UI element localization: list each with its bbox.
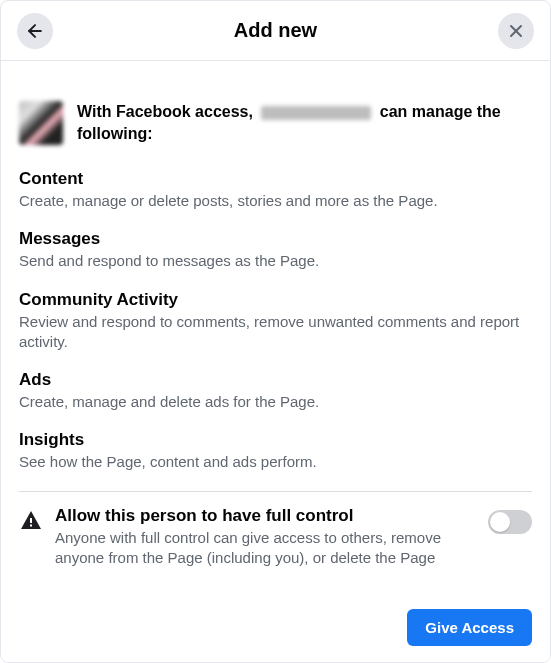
dialog-content: With Facebook access, can manage the fol… xyxy=(1,61,550,662)
redacted-name xyxy=(261,106,371,120)
full-control-desc: Anyone with full control can give access… xyxy=(55,528,476,569)
section-desc: Send and respond to messages as the Page… xyxy=(19,251,532,271)
section-title: Messages xyxy=(19,229,532,249)
full-control-title: Allow this person to have full control xyxy=(55,506,476,526)
warning-icon xyxy=(19,509,43,533)
arrow-left-icon xyxy=(25,21,45,41)
avatar xyxy=(19,101,63,145)
intro-prefix: With Facebook access, xyxy=(77,103,257,120)
section-desc: Create, manage and delete ads for the Pa… xyxy=(19,392,532,412)
svg-rect-3 xyxy=(30,518,32,523)
section-title: Content xyxy=(19,169,532,189)
section-title: Ads xyxy=(19,370,532,390)
section-desc: See how the Page, content and ads perfor… xyxy=(19,452,532,472)
divider xyxy=(19,491,532,492)
intro-text: With Facebook access, can manage the fol… xyxy=(77,101,532,144)
intro-row: With Facebook access, can manage the fol… xyxy=(19,77,532,169)
section-title: Insights xyxy=(19,430,532,450)
dialog-footer: Give Access xyxy=(1,593,550,662)
section-title: Community Activity xyxy=(19,290,532,310)
svg-rect-4 xyxy=(30,524,32,526)
close-icon xyxy=(506,21,526,41)
section-community: Community Activity Review and respond to… xyxy=(19,290,532,353)
section-ads: Ads Create, manage and delete ads for th… xyxy=(19,370,532,412)
back-button[interactable] xyxy=(17,13,53,49)
section-desc: Review and respond to comments, remove u… xyxy=(19,312,532,353)
dialog-header: Add new xyxy=(1,1,550,61)
section-insights: Insights See how the Page, content and a… xyxy=(19,430,532,472)
full-control-row: Allow this person to have full control A… xyxy=(19,506,532,569)
section-desc: Create, manage or delete posts, stories … xyxy=(19,191,532,211)
close-button[interactable] xyxy=(498,13,534,49)
section-messages: Messages Send and respond to messages as… xyxy=(19,229,532,271)
section-content: Content Create, manage or delete posts, … xyxy=(19,169,532,211)
dialog-title: Add new xyxy=(1,19,550,42)
give-access-button[interactable]: Give Access xyxy=(407,609,532,646)
full-control-text: Allow this person to have full control A… xyxy=(55,506,476,569)
full-control-toggle[interactable] xyxy=(488,510,532,534)
